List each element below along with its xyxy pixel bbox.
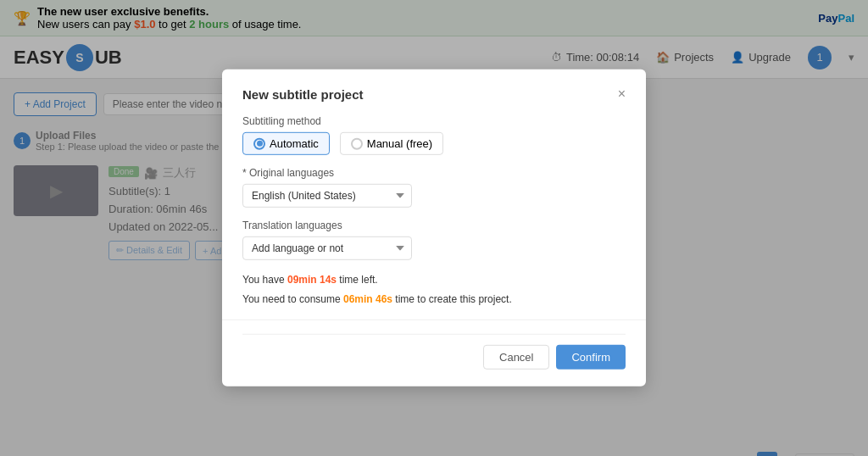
modal-header: New subtitle project ×	[242, 86, 626, 102]
new-subtitle-modal: New subtitle project × Subtitling method…	[222, 70, 646, 386]
translation-lang-select[interactable]: Add language or not	[242, 236, 412, 260]
auto-option[interactable]: Automatic	[242, 132, 330, 155]
time-left-value: 09min 14s	[287, 274, 337, 286]
original-lang-label: * Original languages	[242, 167, 626, 179]
confirm-button[interactable]: Confirm	[556, 345, 626, 370]
subtitling-method-label: Subtitling method	[242, 115, 626, 127]
time-consume-value: 06min 46s	[343, 293, 392, 305]
time-info-section: You have 09min 14s time left. You need t…	[242, 272, 626, 308]
modal-divider	[222, 320, 646, 320]
radio-group: Automatic Manual (free)	[242, 132, 626, 155]
cancel-button[interactable]: Cancel	[483, 345, 549, 370]
modal-footer: Cancel Confirm	[242, 334, 626, 370]
manual-label: Manual (free)	[367, 137, 432, 150]
time-left-info: You have 09min 14s time left.	[242, 272, 626, 288]
original-lang-select[interactable]: English (United States)	[242, 184, 412, 208]
manual-option[interactable]: Manual (free)	[340, 132, 443, 155]
modal-title: New subtitle project	[242, 86, 364, 101]
auto-radio-dot	[253, 137, 265, 149]
auto-label: Automatic	[270, 137, 319, 150]
translation-lang-section: Translation languages Add language or no…	[242, 220, 626, 260]
translation-lang-label: Translation languages	[242, 220, 626, 231]
time-consume-info: You need to consume 06min 46s time to cr…	[242, 292, 626, 308]
subtitling-method-section: Subtitling method Automatic Manual (free…	[242, 115, 626, 155]
modal-close-button[interactable]: ×	[618, 86, 626, 102]
original-lang-section: * Original languages English (United Sta…	[242, 167, 626, 208]
manual-radio-dot	[351, 137, 363, 149]
